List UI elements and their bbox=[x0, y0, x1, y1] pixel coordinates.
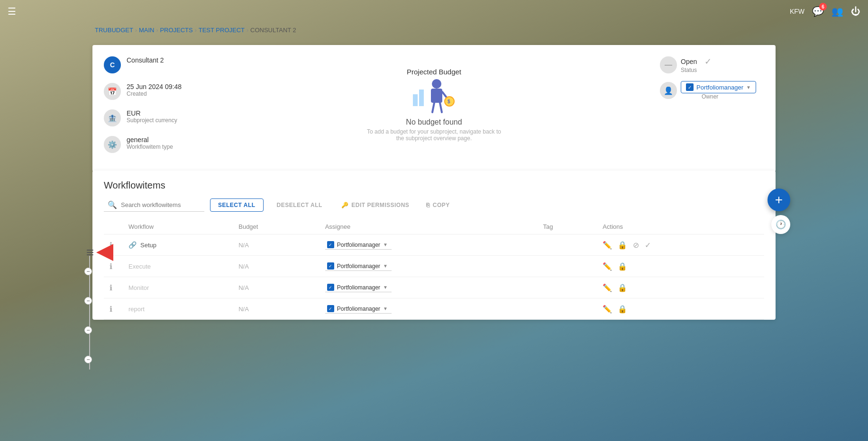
drag-handle-container bbox=[87, 244, 113, 261]
assignee-name: Portfoliomanager bbox=[337, 284, 380, 291]
edit-icon[interactable]: ✏️ bbox=[603, 305, 612, 314]
row-assignee-cell: ✓ Portfoliomanager ▼ bbox=[320, 298, 538, 320]
history-button[interactable]: 🕐 bbox=[771, 215, 790, 234]
edit-icon[interactable]: ✏️ bbox=[603, 283, 612, 292]
row-assignee-cell: ✓ Portfoliomanager ▼ bbox=[320, 256, 538, 277]
budget-value: N/A bbox=[238, 284, 249, 291]
status-value: Open bbox=[681, 58, 697, 65]
notifications-button[interactable]: 💬 6 bbox=[812, 6, 824, 17]
collapse-button-4[interactable]: − bbox=[84, 356, 92, 363]
no-budget-title: No budget found bbox=[406, 118, 462, 126]
assignee-dropdown-icon[interactable]: ▼ bbox=[383, 242, 388, 247]
breadcrumb-main[interactable]: MAIN bbox=[139, 27, 155, 34]
notification-badge: 6 bbox=[819, 3, 827, 10]
svg-line-7 bbox=[432, 103, 434, 112]
row-budget-cell: N/A bbox=[233, 298, 319, 320]
row-budget-cell: N/A bbox=[233, 234, 319, 256]
calendar-icon: 📅 bbox=[104, 83, 121, 100]
info-icon[interactable]: ℹ bbox=[110, 262, 112, 270]
check-icon[interactable]: ✓ bbox=[645, 241, 651, 250]
svg-text:$: $ bbox=[448, 99, 450, 104]
search-input[interactable] bbox=[121, 201, 201, 208]
collapse-button-2[interactable]: − bbox=[84, 297, 92, 305]
deselect-all-button[interactable]: DESELECT ALL bbox=[269, 199, 330, 211]
edit-icon[interactable]: ✏️ bbox=[603, 241, 612, 250]
lock-icon[interactable]: 🔒 bbox=[618, 262, 627, 271]
breadcrumb-sep-2: › bbox=[156, 27, 158, 34]
workflow-name: report bbox=[128, 306, 145, 313]
row-assignee-cell: ✓ Portfoliomanager ▼ bbox=[320, 234, 538, 256]
project-initial-icon: C bbox=[104, 56, 121, 73]
assignee-chip[interactable]: ✓ Portfoliomanager ▼ bbox=[325, 261, 392, 271]
table-row: ℹ report N/A ✓ Portfoliomanager ▼ bbox=[104, 298, 764, 320]
assignee-chip[interactable]: ✓ Portfoliomanager ▼ bbox=[325, 240, 392, 250]
no-budget-desc: To add a budget for your subproject, nav… bbox=[363, 128, 505, 142]
collapse-button-3[interactable]: − bbox=[84, 326, 92, 334]
row-assignee-cell: ✓ Portfoliomanager ▼ bbox=[320, 277, 538, 298]
workflowitems-toolbar: 🔍 SELECT ALL DESELECT ALL 🔑 EDIT PERMISS… bbox=[104, 198, 764, 212]
subproject-card: C Consultant 2 📅 25 Jun 2024 09:48 Creat… bbox=[92, 45, 776, 172]
row-action-icons: ✏️ 🔒 bbox=[603, 305, 758, 314]
assignee-chip[interactable]: ✓ Portfoliomanager ▼ bbox=[325, 304, 392, 314]
row-workflow-cell: 🔗 Setup bbox=[123, 234, 233, 256]
assignee-checkbox: ✓ bbox=[327, 262, 334, 270]
lock-icon[interactable]: 🔒 bbox=[618, 283, 627, 292]
row-workflow-cell: Execute bbox=[123, 256, 233, 277]
info-icon[interactable]: ℹ bbox=[110, 305, 112, 313]
edit-icon[interactable]: ✏️ bbox=[603, 262, 612, 271]
table-row: ℹ 🔗 Setup N/A ✓ Portfoliomanager ▼ bbox=[104, 234, 764, 256]
row-tag-cell bbox=[538, 256, 597, 277]
info-icon[interactable]: ℹ bbox=[110, 284, 112, 292]
assignee-chip[interactable]: ✓ Portfoliomanager ▼ bbox=[325, 283, 392, 292]
currency-row: 🏦 EUR Subproject currency bbox=[104, 109, 208, 126]
users-button[interactable]: 👥 bbox=[831, 6, 843, 17]
project-name-row: C Consultant 2 bbox=[104, 56, 208, 73]
budget-illustration: $ bbox=[411, 75, 458, 118]
owner-chip[interactable]: ✓ Portfoliomanager ▼ bbox=[681, 81, 756, 93]
edit-permissions-button[interactable]: 🔑 EDIT PERMISSIONS bbox=[336, 199, 415, 211]
owner-dropdown-icon[interactable]: ▼ bbox=[746, 85, 751, 90]
red-arrow-icon bbox=[96, 244, 113, 261]
drag-handle-icon[interactable] bbox=[87, 250, 93, 255]
owner-value: Portfoliomanager bbox=[696, 84, 743, 91]
assignee-dropdown-icon[interactable]: ▼ bbox=[383, 263, 388, 269]
row-action-icons: ✏️ 🔒 ⊘ ✓ bbox=[603, 241, 758, 250]
copy-icon: ⎘ bbox=[426, 202, 430, 208]
status-label: Status bbox=[681, 67, 712, 73]
workflow-name: Execute bbox=[128, 263, 151, 270]
breadcrumb-test-project[interactable]: TEST PROJECT bbox=[199, 27, 245, 34]
col-budget: Budget bbox=[233, 219, 319, 234]
link-icon: 🔗 bbox=[128, 241, 137, 249]
breadcrumb-consultant2: CONSULTANT 2 bbox=[250, 27, 296, 34]
row-workflow-cell: report bbox=[123, 298, 233, 320]
created-date: 25 Jun 2024 09:48 bbox=[127, 83, 182, 90]
owner-checkbox: ✓ bbox=[686, 83, 694, 91]
status-check-icon: ✓ bbox=[704, 56, 712, 67]
topbar-username: KFW bbox=[790, 8, 804, 15]
power-button[interactable]: ⏻ bbox=[851, 6, 860, 17]
breadcrumb-trubudget[interactable]: TRUBUDGET bbox=[95, 27, 133, 34]
select-all-button[interactable]: SELECT ALL bbox=[210, 198, 264, 212]
breadcrumb-projects[interactable]: PROJECTS bbox=[160, 27, 192, 34]
lock-icon[interactable]: 🔒 bbox=[618, 241, 627, 250]
budget-value: N/A bbox=[238, 242, 249, 249]
hamburger-icon[interactable]: ☰ bbox=[8, 6, 16, 17]
collapse-button-1[interactable]: − bbox=[84, 268, 92, 275]
copy-button[interactable]: ⎘ COPY bbox=[420, 199, 456, 211]
col-tag: Tag bbox=[538, 219, 597, 234]
col-info bbox=[104, 219, 123, 234]
add-workflowitem-button[interactable]: + bbox=[767, 189, 790, 211]
card-right: — Open ✓ Status 👤 ✓ Portfoliomanager ▼ bbox=[660, 56, 764, 100]
assignee-dropdown-icon[interactable]: ▼ bbox=[383, 285, 388, 290]
assignee-dropdown-icon[interactable]: ▼ bbox=[383, 306, 388, 311]
workflowitems-title: Workflowitems bbox=[104, 180, 764, 191]
row-actions-cell: ✏️ 🔒 bbox=[597, 277, 764, 298]
assignee-checkbox: ✓ bbox=[327, 305, 334, 312]
block-icon[interactable]: ⊘ bbox=[633, 241, 639, 250]
table-row: ℹ Execute N/A ✓ Portfoliomanager ▼ bbox=[104, 256, 764, 277]
row-info-cell: ℹ bbox=[104, 298, 123, 320]
owner-icon: 👤 bbox=[660, 82, 677, 99]
breadcrumb-sep-3: › bbox=[195, 27, 197, 34]
card-left: C Consultant 2 📅 25 Jun 2024 09:48 Creat… bbox=[104, 56, 208, 161]
lock-icon[interactable]: 🔒 bbox=[618, 305, 627, 314]
